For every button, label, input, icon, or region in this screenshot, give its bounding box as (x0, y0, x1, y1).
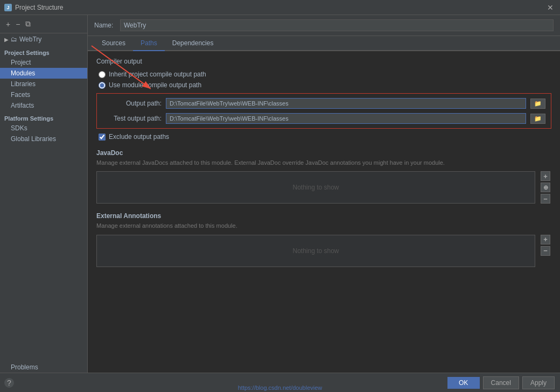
platform-settings-header: Platform Settings (0, 111, 87, 123)
exclude-label[interactable]: Exclude output paths (109, 133, 169, 141)
tree-item-webtry[interactable]: ▶ 🗂 WebTry (0, 33, 87, 45)
javadoc-list-wrapper: Nothing to show + ⊕ − (96, 171, 535, 204)
remove-button[interactable]: − (14, 19, 22, 30)
output-path-browse-button[interactable]: 📁 (530, 99, 545, 109)
sidebar: + − ⧉ ▶ 🗂 WebTry Project Settings Projec… (0, 15, 88, 373)
name-row: Name: (88, 15, 560, 36)
tab-dependencies[interactable]: Dependencies (165, 36, 221, 51)
exclude-row: Exclude output paths (96, 133, 551, 141)
javadoc-actions: + ⊕ − (541, 171, 550, 204)
test-output-path-row: Test output path: 📁 (102, 113, 545, 124)
tabs-row: Sources Paths Dependencies (88, 36, 560, 51)
external-annotations-nothing-text: Nothing to show (292, 247, 339, 255)
use-module-radio-row: Use module compile output path (96, 81, 551, 89)
ok-button[interactable]: OK (447, 377, 480, 389)
inherit-radio[interactable] (99, 71, 106, 78)
name-label: Name: (94, 22, 116, 29)
paths-content: Compiler output Inherit project compile … (88, 51, 560, 373)
bottom-bar: ? OK Cancel Apply https://blog.csdn.net/… (0, 373, 560, 392)
help-button[interactable]: ? (4, 378, 14, 388)
sidebar-item-global-libraries[interactable]: Global Libraries (0, 134, 87, 144)
test-output-path-input[interactable] (166, 113, 526, 124)
app-icon: J (4, 4, 12, 11)
external-annotations-actions: + − (541, 235, 550, 256)
sidebar-item-libraries[interactable]: Libraries (0, 79, 87, 89)
name-input[interactable] (120, 19, 554, 31)
inherit-radio-label[interactable]: Inherit project compile output path (109, 71, 206, 78)
main-layout: + − ⧉ ▶ 🗂 WebTry Project Settings Projec… (0, 15, 560, 373)
output-path-row: Output path: 📁 (102, 98, 545, 109)
copy-button[interactable]: ⧉ (24, 18, 32, 30)
sidebar-toolbar: + − ⧉ (0, 15, 87, 33)
sidebar-item-artifacts[interactable]: Artifacts (0, 100, 87, 111)
output-path-label: Output path: (102, 100, 162, 107)
javadoc-section: JavaDoc Manage external JavaDocs attache… (96, 149, 551, 204)
inherit-radio-row: Inherit project compile output path (96, 71, 551, 78)
external-annotations-section: External Annotations Manage external ann… (96, 212, 551, 267)
sidebar-item-problems[interactable]: Problems (0, 362, 87, 373)
external-annotations-add-button[interactable]: + (541, 235, 550, 244)
exclude-checkbox[interactable] (99, 134, 106, 141)
javadoc-nothing-text: Nothing to show (292, 184, 339, 191)
sidebar-item-project[interactable]: Project (0, 57, 87, 68)
javadoc-list-box: Nothing to show (96, 171, 535, 204)
folder-icon: 🗂 (11, 36, 17, 43)
tree-arrow-icon: ▶ (4, 37, 9, 43)
close-button[interactable]: ✕ (545, 2, 556, 13)
output-path-input[interactable] (166, 98, 526, 109)
sidebar-item-modules[interactable]: Modules (0, 68, 87, 79)
use-module-radio-label[interactable]: Use module compile output path (109, 81, 201, 89)
external-annotations-list-box: Nothing to show (96, 235, 535, 267)
external-annotations-title: External Annotations (96, 212, 551, 220)
tab-paths[interactable]: Paths (133, 36, 165, 51)
tab-sources[interactable]: Sources (94, 36, 133, 51)
test-output-path-browse-button[interactable]: 📁 (530, 114, 545, 124)
compiler-output-label: Compiler output (96, 58, 551, 65)
sidebar-item-sdks[interactable]: SDKs (0, 123, 87, 134)
javadoc-add-from-button[interactable]: ⊕ (541, 183, 550, 192)
sidebar-item-facets[interactable]: Facets (0, 89, 87, 100)
javadoc-remove-button[interactable]: − (541, 194, 550, 204)
test-output-path-label: Test output path: (102, 115, 162, 122)
use-module-radio[interactable] (99, 82, 106, 89)
cancel-button[interactable]: Cancel (483, 376, 519, 389)
external-annotations-list-wrapper: Nothing to show + − (96, 235, 535, 267)
javadoc-title: JavaDoc (96, 149, 551, 157)
javadoc-add-button[interactable]: + (541, 171, 550, 181)
window-title: Project Structure (15, 4, 63, 11)
title-bar-left: J Project Structure (4, 4, 63, 11)
add-button[interactable]: + (4, 19, 12, 30)
external-annotations-remove-button[interactable]: − (541, 246, 550, 256)
output-paths-box: Output path: 📁 Test output path: 📁 (96, 93, 551, 129)
external-annotations-description: Manage external annotations attached to … (96, 222, 551, 230)
apply-button[interactable]: Apply (522, 376, 555, 389)
tree-item-label: WebTry (19, 36, 41, 43)
title-bar: J Project Structure ✕ (0, 0, 560, 15)
content-area: Name: Sources Paths Dependencies Compile… (88, 15, 560, 373)
project-settings-header: Project Settings (0, 45, 87, 57)
javadoc-description: Manage external JavaDocs attached to thi… (96, 159, 551, 167)
